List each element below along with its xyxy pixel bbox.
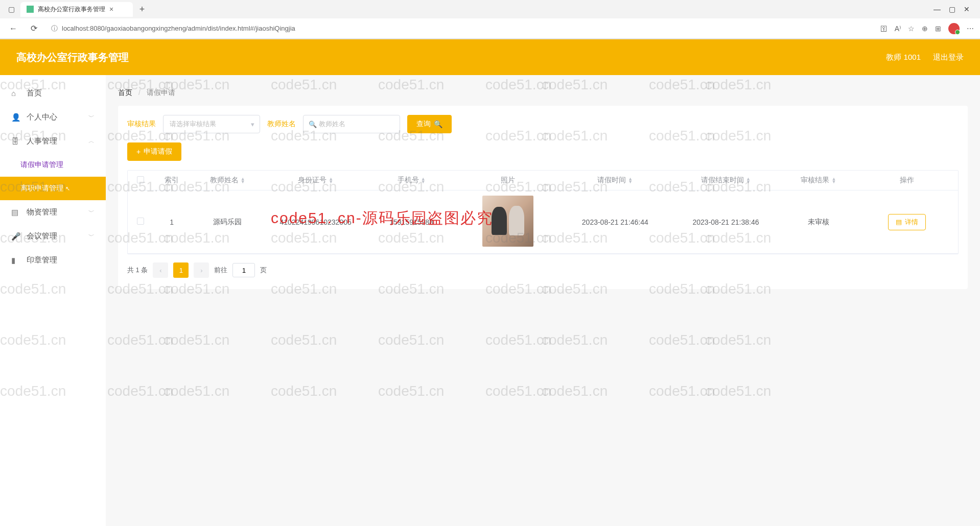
stamp-icon: ▮ <box>11 256 20 265</box>
logout-button[interactable]: 退出登录 <box>933 53 964 62</box>
add-leave-button[interactable]: + 申请请假 <box>127 142 181 161</box>
profile-avatar-icon[interactable] <box>948 23 960 34</box>
select-all-checkbox[interactable] <box>137 176 144 183</box>
favorites-icon[interactable]: ☆ <box>908 25 915 33</box>
tab-title: 高校办公室行政事务管理 <box>38 5 105 14</box>
sidebar-label: 个人中心 <box>27 112 57 122</box>
sidebar: ⌂ 首页 👤 个人中心 ﹀ 🗄 人事管理 ︿ 请假申请管理 离职申请管理 ↖ ▤… <box>0 75 106 526</box>
cell-idcard: 41022419961023​2005 <box>265 190 366 254</box>
extensions-icon[interactable]: ⊞ <box>935 25 941 33</box>
col-phone[interactable]: 手机号▲▼ <box>366 171 456 190</box>
app-title: 高校办公室行政事务管理 <box>16 51 129 64</box>
user-icon: 👤 <box>11 113 20 122</box>
button-label: 申请请假 <box>144 147 172 156</box>
pagination: 共 1 条 ‹ 1 › 前往 页 <box>127 254 959 280</box>
tab-overview-button[interactable]: ▢ <box>4 2 18 16</box>
browser-action-icons: ⚿ A⁾ ☆ ⊕ ⊞ ⋯ <box>880 23 974 34</box>
sort-icon[interactable]: ▲▼ <box>831 177 836 183</box>
chevron-up-icon: ︿ <box>88 137 95 146</box>
breadcrumb-current: 请假申请 <box>147 88 175 97</box>
cell-end: 2023-08-21 21:38:46 <box>670 190 781 254</box>
page-total: 共 1 条 <box>127 266 148 275</box>
sidebar-item-hr[interactable]: 🗄 人事管理 ︿ <box>0 129 106 153</box>
filter-row: 审核结果 请选择审核结果 教师姓名 🔍 教师姓名 查询 🔍 <box>127 115 959 133</box>
col-photo: 照片 <box>456 171 559 190</box>
read-aloud-icon[interactable]: A⁾ <box>895 25 901 33</box>
url-input[interactable]: ⓘ localhost:8080/gaoxiaobangongxingzheng… <box>47 22 874 35</box>
goto-page-input[interactable] <box>232 263 255 277</box>
table-row: 1 源码乐园 41022419961023​2005 15915915988 2… <box>128 190 958 254</box>
data-table: 索引 教师姓名▲▼ 身份证号▲▼ 手机号▲▼ 照片 请假时间▲▼ 请假结束时间▲… <box>127 170 959 254</box>
collections-icon[interactable]: ⊕ <box>922 25 928 33</box>
col-index[interactable]: 索引 <box>153 171 190 190</box>
search-button[interactable]: 查询 🔍 <box>407 115 452 133</box>
sidebar-item-profile[interactable]: 👤 个人中心 ﹀ <box>0 105 106 129</box>
col-result[interactable]: 审核结果▲▼ <box>781 171 856 190</box>
breadcrumb-home[interactable]: 首页 <box>118 88 132 97</box>
cell-photo <box>456 190 559 254</box>
site-info-icon[interactable]: ⓘ <box>51 24 58 33</box>
cell-phone: 15915915988 <box>366 190 456 254</box>
row-checkbox[interactable] <box>137 218 144 225</box>
app-header: 高校办公室行政事务管理 教师 1001 退出登录 <box>0 39 980 75</box>
sort-icon[interactable]: ▲▼ <box>421 177 426 183</box>
minimize-icon[interactable]: — <box>934 5 941 13</box>
detail-button[interactable]: ▤ 详情 <box>888 214 926 230</box>
col-end[interactable]: 请假结束时间▲▼ <box>670 171 781 190</box>
breadcrumb: 首页 / 请假申请 <box>118 83 968 106</box>
current-user[interactable]: 教师 1001 <box>886 53 921 62</box>
sidebar-label: 人事管理 <box>27 136 57 146</box>
sort-icon[interactable]: ▲▼ <box>241 177 245 183</box>
search-icon: 🔍 <box>309 121 317 128</box>
sort-icon[interactable]: ▲▼ <box>329 177 333 183</box>
key-icon[interactable]: ⚿ <box>880 25 888 33</box>
col-ops: 操作 <box>856 171 958 190</box>
sidebar-sub-resign-apply[interactable]: 离职申请管理 ↖ <box>0 177 106 200</box>
chevron-down-icon: ﹀ <box>88 208 95 217</box>
back-button[interactable]: ← <box>6 21 20 36</box>
new-tab-button[interactable]: + <box>135 2 149 16</box>
photo-thumbnail[interactable] <box>482 196 533 247</box>
select-audit-result[interactable]: 请选择审核结果 <box>163 115 260 133</box>
menu-icon[interactable]: ⋯ <box>967 25 974 33</box>
prev-page-button[interactable]: ‹ <box>153 262 168 278</box>
filter-label-name: 教师姓名 <box>267 119 296 129</box>
select-placeholder: 请选择审核结果 <box>170 119 216 129</box>
cell-teacher: 源码乐园 <box>190 190 265 254</box>
content-panel: 审核结果 请选择审核结果 教师姓名 🔍 教师姓名 查询 🔍 + 申请请假 <box>118 106 968 289</box>
button-label: 详情 <box>905 218 918 227</box>
col-teacher[interactable]: 教师姓名▲▼ <box>190 171 265 190</box>
sort-icon[interactable]: ▲▼ <box>628 177 633 183</box>
sidebar-label: 首页 <box>27 88 42 98</box>
refresh-button[interactable]: ⟳ <box>27 21 41 36</box>
goto-suffix: 页 <box>260 266 267 275</box>
col-start[interactable]: 请假时间▲▼ <box>559 171 670 190</box>
close-icon[interactable]: × <box>109 5 113 13</box>
goto-prefix: 前往 <box>214 266 227 275</box>
next-page-button[interactable]: › <box>194 262 209 278</box>
briefcase-icon: 🗄 <box>11 137 20 146</box>
browser-chrome: ▢ 高校办公室行政事务管理 × + — ▢ ✕ ← ⟳ ⓘ localhost:… <box>0 0 980 39</box>
sidebar-item-home[interactable]: ⌂ 首页 <box>0 81 106 105</box>
sort-icon[interactable]: ▲▼ <box>746 177 751 183</box>
cursor-icon: ↖ <box>65 185 70 192</box>
cell-ops: ▤ 详情 <box>856 190 958 254</box>
cell-start: 2023-08-21 21:46:44 <box>559 190 670 254</box>
sidebar-item-material[interactable]: ▤ 物资管理 ﹀ <box>0 200 106 224</box>
maximize-icon[interactable]: ▢ <box>949 5 955 13</box>
filter-label-result: 审核结果 <box>127 119 156 129</box>
url-text: localhost:8080/gaoxiaobangongxingzheng/a… <box>62 25 295 32</box>
col-idcard[interactable]: 身份证号▲▼ <box>265 171 366 190</box>
close-window-icon[interactable]: ✕ <box>964 5 970 13</box>
sidebar-item-meeting[interactable]: 🎤 会议管理 ﹀ <box>0 224 106 248</box>
input-teacher-name[interactable]: 🔍 教师姓名 <box>303 115 400 133</box>
list-icon: ▤ <box>896 218 902 226</box>
browser-tab[interactable]: 高校办公室行政事务管理 × <box>20 2 133 17</box>
mic-icon: 🎤 <box>11 232 20 241</box>
main-content: 首页 / 请假申请 审核结果 请选择审核结果 教师姓名 🔍 教师姓名 查询 🔍 <box>106 75 980 526</box>
page-number-1[interactable]: 1 <box>173 262 189 278</box>
sidebar-sub-leave-apply[interactable]: 请假申请管理 <box>0 153 106 177</box>
sidebar-item-stamp[interactable]: ▮ 印章管理 <box>0 248 106 272</box>
app-body: ⌂ 首页 👤 个人中心 ﹀ 🗄 人事管理 ︿ 请假申请管理 离职申请管理 ↖ ▤… <box>0 75 980 526</box>
address-bar: ← ⟳ ⓘ localhost:8080/gaoxiaobangongxingz… <box>0 18 980 39</box>
